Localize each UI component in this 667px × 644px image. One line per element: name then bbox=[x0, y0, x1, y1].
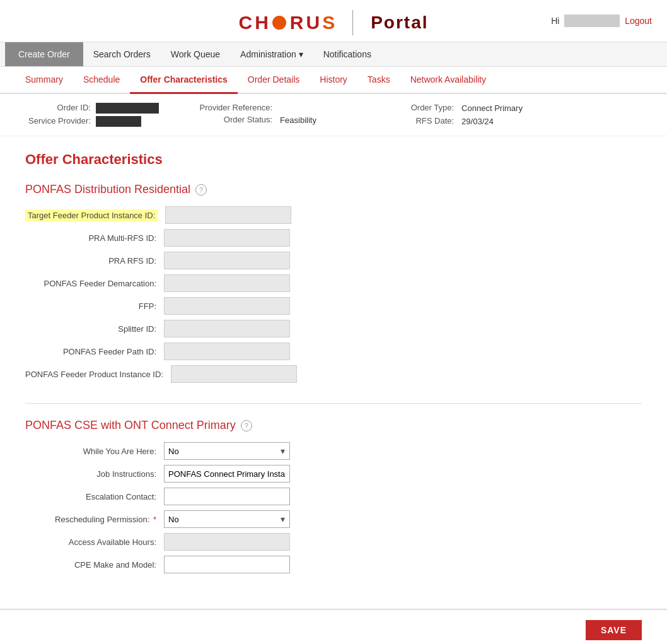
tab-history[interactable]: History bbox=[310, 67, 357, 94]
label-feeder-demarcation: PONFAS Feeder Demarcation: bbox=[25, 279, 164, 288]
main-content: Offer Characteristics PONFAS Distributio… bbox=[0, 136, 667, 609]
page-title: Offer Characteristics bbox=[25, 151, 642, 168]
input-job-instructions[interactable] bbox=[164, 465, 290, 483]
input-feeder-product-instance-id[interactable] bbox=[171, 365, 297, 383]
label-access-available-hours: Access Available Hours: bbox=[25, 537, 164, 547]
section2-title: PONFAS CSE with ONT Connect Primary ? bbox=[25, 419, 642, 432]
label-rescheduling-permission: Rescheduling Permission: * bbox=[25, 515, 164, 524]
service-provider-value: ███████ bbox=[96, 116, 141, 127]
section-divider bbox=[25, 403, 642, 404]
form-row-rescheduling-permission: Rescheduling Permission: * No Yes bbox=[25, 510, 642, 528]
input-target-feeder[interactable] bbox=[165, 206, 291, 224]
tab-summary[interactable]: Summary bbox=[15, 67, 73, 94]
logout-link[interactable]: Logout bbox=[625, 16, 652, 26]
section1-title: PONFAS Distribution Residential ? bbox=[25, 183, 642, 196]
logo: C H R U S Portal bbox=[238, 10, 428, 35]
notifications-button[interactable]: Notifications bbox=[313, 43, 381, 66]
input-splitter-id[interactable] bbox=[164, 320, 290, 337]
required-indicator: * bbox=[153, 515, 156, 524]
work-queue-button[interactable]: Work Queue bbox=[161, 43, 230, 66]
save-button[interactable]: SAVE bbox=[586, 620, 642, 640]
footer-bar: SAVE bbox=[0, 609, 667, 644]
order-id-group: Order ID: ██████████ Service Provider: █… bbox=[15, 103, 159, 127]
chorus-logo: C H R U S bbox=[238, 12, 335, 33]
input-access-available-hours bbox=[164, 533, 290, 551]
order-info-bar: Order ID: ██████████ Service Provider: █… bbox=[0, 94, 667, 136]
administration-button[interactable]: Administration ▾ bbox=[230, 43, 313, 66]
form-row-job-instructions: Job Instructions: bbox=[25, 465, 642, 483]
select-wrapper-rescheduling: No Yes bbox=[164, 510, 290, 528]
label-escalation-contact: Escalation Contact: bbox=[25, 492, 164, 501]
form-row-pra-rfs: PRA RFS ID: bbox=[25, 252, 642, 269]
form-row-while-you-are-here: While You Are Here: No Yes bbox=[25, 442, 642, 460]
input-cpe-make-model[interactable] bbox=[164, 556, 290, 573]
label-while-you-are-here: While You Are Here: bbox=[25, 447, 164, 456]
form-row-cpe-make-model: CPE Make and Model: bbox=[25, 556, 642, 573]
form-row-access-available-hours: Access Available Hours: bbox=[25, 533, 642, 551]
form-row-feeder-demarcation: PONFAS Feeder Demarcation: bbox=[25, 274, 642, 292]
input-escalation-contact[interactable] bbox=[164, 488, 290, 505]
rfs-date-label: RFS Date: bbox=[378, 116, 454, 127]
label-cpe-make-model: CPE Make and Model: bbox=[25, 560, 164, 570]
label-ffp: FFP: bbox=[25, 302, 164, 311]
search-orders-button[interactable]: Search Orders bbox=[83, 43, 161, 66]
order-id-value: ██████████ bbox=[96, 103, 159, 114]
select-wrapper-while-you-are-here: No Yes bbox=[164, 442, 290, 460]
form-row-pra-multi-rfs: PRA Multi-RFS ID: bbox=[25, 229, 642, 247]
ponfas-distribution-section: PONFAS Distribution Residential ? Target… bbox=[25, 183, 642, 383]
label-target-feeder: Target Feeder Product Instance ID: bbox=[25, 211, 165, 220]
label-pra-multi-rfs: PRA Multi-RFS ID: bbox=[25, 233, 164, 243]
provider-reference-value bbox=[277, 103, 340, 112]
order-status-label: Order Status: bbox=[197, 115, 272, 126]
main-nav: Create Order Search Orders Work Queue Ad… bbox=[0, 42, 667, 67]
tab-offer-characteristics[interactable]: Offer Characteristics bbox=[130, 67, 238, 94]
logo-dot bbox=[272, 16, 286, 30]
order-type-group: Order Type: Connect Primary RFS Date: 29… bbox=[378, 103, 525, 127]
label-feeder-path-id: PONFAS Feeder Path ID: bbox=[25, 347, 164, 356]
input-pra-multi-rfs[interactable] bbox=[164, 229, 290, 247]
input-feeder-path-id[interactable] bbox=[164, 342, 290, 360]
header-username: ████ bbox=[564, 15, 620, 27]
rfs-date-value: 29/03/24 bbox=[459, 116, 522, 127]
input-pra-rfs[interactable] bbox=[164, 252, 290, 269]
service-provider-label: Service Provider: bbox=[15, 116, 91, 127]
provider-ref-group: Provider Reference: Order Status: Feasib… bbox=[197, 103, 340, 127]
select-rescheduling-permission[interactable]: No Yes bbox=[164, 510, 290, 528]
label-splitter-id: Splitter ID: bbox=[25, 324, 164, 334]
tab-schedule[interactable]: Schedule bbox=[73, 67, 130, 94]
create-order-button[interactable]: Create Order bbox=[5, 42, 83, 66]
label-pra-rfs: PRA RFS ID: bbox=[25, 256, 164, 266]
select-while-you-are-here[interactable]: No Yes bbox=[164, 442, 290, 460]
header: C H R U S Portal Hi ████ Logout bbox=[0, 0, 667, 42]
letter-c: C bbox=[238, 12, 252, 33]
letter-s: S bbox=[322, 12, 335, 33]
portal-label: Portal bbox=[371, 13, 428, 33]
tab-order-details[interactable]: Order Details bbox=[238, 67, 310, 94]
logo-divider bbox=[352, 10, 353, 35]
ponfas-cse-section: PONFAS CSE with ONT Connect Primary ? Wh… bbox=[25, 419, 642, 573]
header-user-area: Hi ████ Logout bbox=[551, 15, 652, 27]
input-feeder-demarcation[interactable] bbox=[164, 274, 290, 292]
tab-network-availability[interactable]: Network Availability bbox=[400, 67, 496, 94]
letter-u: U bbox=[306, 12, 320, 33]
order-type-label: Order Type: bbox=[378, 103, 454, 114]
order-status-value: Feasibility bbox=[277, 115, 340, 126]
section2-help-icon[interactable]: ? bbox=[241, 420, 252, 431]
tab-tasks[interactable]: Tasks bbox=[357, 67, 400, 94]
form-row-feeder-path-id: PONFAS Feeder Path ID: bbox=[25, 342, 642, 360]
form-row-target-feeder: Target Feeder Product Instance ID: bbox=[25, 206, 642, 224]
form-row-ffp: FFP: bbox=[25, 297, 642, 315]
provider-reference-label: Provider Reference: bbox=[197, 103, 272, 112]
form-row-splitter-id: Splitter ID: bbox=[25, 320, 642, 337]
form-row-feeder-product-instance-id: PONFAS Feeder Product Instance ID: bbox=[25, 365, 642, 383]
letter-h: H bbox=[255, 12, 269, 33]
order-id-label: Order ID: bbox=[15, 103, 91, 114]
section1-help-icon[interactable]: ? bbox=[195, 184, 207, 196]
label-feeder-product-instance-id: PONFAS Feeder Product Instance ID: bbox=[25, 370, 171, 379]
form-row-escalation-contact: Escalation Contact: bbox=[25, 488, 642, 505]
label-job-instructions: Job Instructions: bbox=[25, 469, 164, 479]
tab-bar: Summary Schedule Offer Characteristics O… bbox=[0, 67, 667, 94]
header-hi: Hi bbox=[551, 16, 559, 26]
input-ffp[interactable] bbox=[164, 297, 290, 315]
letter-r: R bbox=[290, 12, 304, 33]
